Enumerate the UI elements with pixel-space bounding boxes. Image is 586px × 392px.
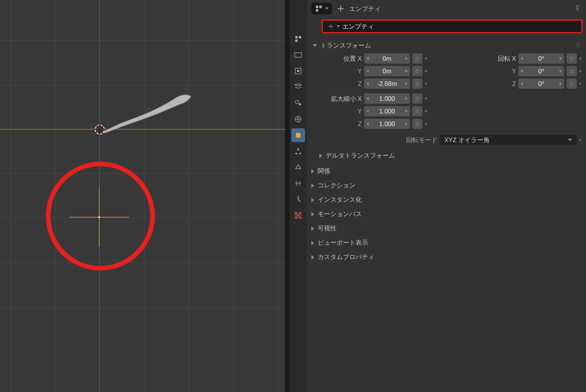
delta-transform-header[interactable]: デルタトランスフォーム xyxy=(311,148,581,163)
lock-icon[interactable] xyxy=(567,66,577,76)
rotation-x[interactable]: 0° xyxy=(518,53,564,64)
visibility-header[interactable]: 可視性 xyxy=(307,221,586,236)
grid-line xyxy=(278,0,279,392)
svg-rect-31 xyxy=(571,58,573,60)
svg-rect-19 xyxy=(297,212,299,214)
object-name-highlight xyxy=(322,19,583,33)
viewport-3d[interactable] xyxy=(0,0,285,392)
animate-dot[interactable] xyxy=(425,123,427,125)
lock-icon[interactable] xyxy=(567,53,577,64)
viewport-display-header[interactable]: ビューポート表示 xyxy=(307,236,586,250)
svg-rect-25 xyxy=(297,217,299,219)
location-x[interactable]: 0m xyxy=(364,53,410,64)
lock-icon[interactable] xyxy=(567,79,577,89)
lock-icon[interactable] xyxy=(412,53,423,64)
lock-icon[interactable] xyxy=(412,93,423,104)
svg-rect-35 xyxy=(571,83,573,85)
cursor-3d xyxy=(94,124,106,135)
tab-tool[interactable] xyxy=(291,32,305,46)
disclosure-triangle xyxy=(311,255,314,260)
tab-data[interactable] xyxy=(291,193,305,206)
panel-menu-icon[interactable]: ⠿ xyxy=(576,42,580,49)
disclosure-triangle xyxy=(319,154,322,158)
svg-rect-18 xyxy=(295,212,297,214)
collection-header[interactable]: コレクション xyxy=(307,178,586,193)
location-z[interactable]: -2.68m xyxy=(364,79,410,89)
empty-icon xyxy=(337,5,345,13)
lock-icon[interactable] xyxy=(412,119,423,129)
section-title: カスタムプロパティ xyxy=(318,253,374,261)
section-title: 関係 xyxy=(318,167,330,175)
tab-modifier[interactable] xyxy=(291,144,305,158)
grid-line xyxy=(0,173,285,174)
chevron-down-icon xyxy=(325,7,329,10)
rotation-y[interactable]: 0° xyxy=(518,66,564,76)
rotation-mode-select[interactable]: XYZ オイラー角 xyxy=(440,135,577,145)
object-name-field[interactable] xyxy=(324,22,580,31)
svg-rect-21 xyxy=(295,214,297,217)
object-name-input[interactable] xyxy=(342,23,577,30)
properties-header: エンプティ xyxy=(307,0,586,17)
animate-dot[interactable] xyxy=(425,57,427,60)
disclosure-triangle xyxy=(311,241,314,245)
transform-header[interactable]: トランスフォーム ⠿ xyxy=(311,39,581,52)
tab-world[interactable] xyxy=(291,112,305,126)
svg-rect-23 xyxy=(299,214,302,217)
pin-icon[interactable] xyxy=(573,5,581,13)
animate-dot[interactable] xyxy=(425,110,427,112)
svg-rect-20 xyxy=(299,212,302,214)
animate-dot[interactable] xyxy=(579,70,581,72)
axis-label: Y xyxy=(311,68,362,75)
svg-rect-38 xyxy=(416,123,419,126)
grid-line xyxy=(0,262,285,263)
axis-label: Z xyxy=(311,80,362,87)
svg-point-14 xyxy=(296,166,300,169)
instancing-header[interactable]: インスタンス化 xyxy=(307,193,586,207)
tab-render[interactable] xyxy=(291,48,305,62)
grid-line xyxy=(0,352,285,352)
tab-texture[interactable] xyxy=(291,209,305,222)
scale-x[interactable]: 1.000 xyxy=(364,93,410,104)
animate-dot[interactable] xyxy=(425,83,427,85)
svg-rect-28 xyxy=(319,6,322,8)
location-y[interactable]: 0m xyxy=(364,66,410,76)
mesh-object[interactable] xyxy=(102,92,194,138)
tab-output[interactable] xyxy=(291,64,305,78)
area-splitter[interactable] xyxy=(285,0,290,392)
svg-point-16 xyxy=(300,168,301,169)
animate-dot[interactable] xyxy=(425,97,427,100)
svg-rect-26 xyxy=(299,217,302,219)
grid-line xyxy=(0,85,285,85)
tab-physics[interactable] xyxy=(291,160,305,174)
scale-z[interactable]: 1.000 xyxy=(364,119,410,129)
custom-properties-header[interactable]: カスタムプロパティ xyxy=(307,250,586,264)
section-title: コレクション xyxy=(318,181,355,190)
editor-type-dropdown[interactable] xyxy=(311,3,332,14)
svg-rect-36 xyxy=(416,98,419,100)
breadcrumb: エンプティ xyxy=(349,5,381,13)
animate-dot[interactable] xyxy=(425,70,427,72)
svg-rect-29 xyxy=(316,9,318,11)
lock-icon[interactable] xyxy=(412,106,423,116)
svg-rect-7 xyxy=(295,53,302,57)
properties-panel: エンプティ トランスフォーム ⠿ 位置 X 0m 回転 X 0° xyxy=(307,0,586,392)
animate-dot[interactable] xyxy=(579,57,581,60)
tab-viewlayer[interactable] xyxy=(291,80,305,94)
location-label: 位置 X xyxy=(311,54,362,63)
tab-constraint[interactable] xyxy=(291,177,305,190)
animate-dot[interactable] xyxy=(579,139,581,141)
lock-icon[interactable] xyxy=(412,79,423,89)
grid-line xyxy=(0,307,285,308)
tab-scene[interactable] xyxy=(291,96,305,110)
tab-object[interactable] xyxy=(291,128,305,142)
motion-path-header[interactable]: モーションパス xyxy=(307,207,586,221)
svg-rect-34 xyxy=(416,83,419,85)
transform-section: トランスフォーム ⠿ 位置 X 0m 回転 X 0° Y 0m Y 0° xyxy=(307,38,586,164)
chevron-down-icon xyxy=(337,25,340,28)
scale-y[interactable]: 1.000 xyxy=(364,106,410,116)
rotation-z[interactable]: 0° xyxy=(518,79,564,89)
lock-icon[interactable] xyxy=(412,66,423,76)
relations-header[interactable]: 関係 xyxy=(307,164,586,178)
section-title: モーションパス xyxy=(318,210,362,218)
animate-dot[interactable] xyxy=(579,83,581,85)
